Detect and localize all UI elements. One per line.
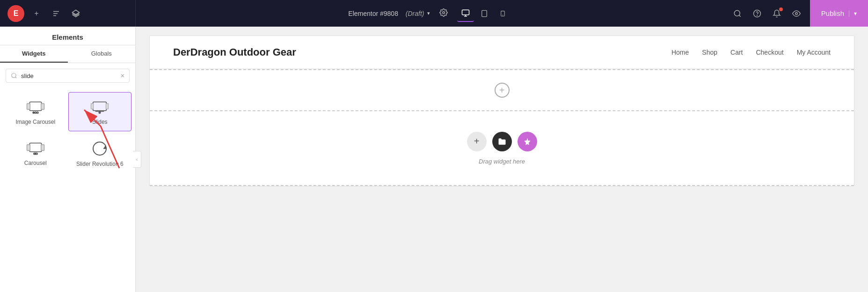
tab-widgets[interactable]: Widgets bbox=[0, 45, 68, 63]
publish-chevron-icon: ▾ bbox=[849, 10, 857, 17]
topbar: E + Elementor #9808 (Draft) ▾ bbox=[0, 0, 868, 27]
search-icon[interactable] bbox=[729, 6, 745, 21]
svg-point-35 bbox=[36, 153, 37, 154]
site-preview: DerDragon Outdoor Gear Home Shop Cart Ch… bbox=[150, 36, 854, 186]
sidebar-tabs: Widgets Globals bbox=[0, 45, 135, 63]
main-layout: Elements Widgets Globals × bbox=[0, 27, 868, 292]
svg-rect-30 bbox=[29, 143, 41, 151]
topbar-center: Elementor #9808 (Draft) ▾ bbox=[136, 5, 724, 22]
widget-carousel[interactable]: Carousel bbox=[4, 132, 67, 173]
tablet-view-button[interactable] bbox=[476, 5, 493, 22]
view-icons bbox=[457, 5, 511, 22]
add-widget-button[interactable]: + bbox=[467, 132, 487, 151]
settings-icon[interactable] bbox=[49, 6, 64, 21]
nav-home[interactable]: Home bbox=[671, 49, 689, 56]
svg-point-12 bbox=[734, 10, 740, 16]
widgets-grid: Image Carousel Slides bbox=[0, 88, 135, 177]
svg-line-13 bbox=[739, 15, 740, 16]
sidebar-header: Elements bbox=[0, 27, 135, 45]
elementor-logo[interactable]: E bbox=[7, 5, 24, 22]
widget-slides[interactable]: Slides bbox=[68, 92, 132, 131]
svg-line-18 bbox=[15, 77, 17, 78]
page-settings-icon[interactable] bbox=[439, 8, 448, 19]
title-chevron-icon: ▾ bbox=[427, 10, 430, 16]
carousel-label: Carousel bbox=[24, 160, 47, 166]
sidebar: Elements Widgets Globals × bbox=[0, 27, 136, 292]
preview-icon[interactable] bbox=[788, 6, 804, 21]
svg-rect-19 bbox=[29, 102, 41, 110]
site-header: DerDragon Outdoor Gear Home Shop Cart Ch… bbox=[150, 36, 854, 69]
slides-icon bbox=[90, 100, 109, 115]
sparkle-icon bbox=[523, 137, 532, 146]
tab-globals[interactable]: Globals bbox=[68, 45, 136, 63]
svg-rect-21 bbox=[41, 104, 44, 110]
carousel-icon bbox=[26, 141, 45, 156]
svg-rect-25 bbox=[93, 102, 107, 110]
site-nav: Home Shop Cart Checkout My Account bbox=[671, 49, 831, 56]
mobile-view-button[interactable] bbox=[495, 5, 511, 22]
nav-cart[interactable]: Cart bbox=[730, 49, 743, 56]
svg-rect-26 bbox=[91, 104, 94, 109]
folder-button[interactable] bbox=[492, 132, 512, 151]
search-icon bbox=[11, 72, 17, 79]
ai-button[interactable] bbox=[518, 132, 537, 151]
topbar-right bbox=[724, 6, 810, 21]
search-input[interactable] bbox=[21, 72, 117, 79]
site-logo: DerDragon Outdoor Gear bbox=[173, 46, 296, 58]
drop-zone-bottom[interactable]: + Drag widget here bbox=[150, 111, 854, 186]
svg-rect-32 bbox=[41, 145, 44, 151]
svg-point-17 bbox=[12, 73, 16, 78]
nav-shop[interactable]: Shop bbox=[702, 49, 717, 56]
svg-point-22 bbox=[33, 112, 34, 113]
folder-icon bbox=[498, 137, 506, 146]
svg-point-23 bbox=[35, 112, 36, 113]
svg-point-24 bbox=[36, 112, 38, 113]
svg-point-4 bbox=[442, 11, 445, 14]
slider-revolution-icon bbox=[91, 140, 108, 157]
page-title[interactable]: Elementor #9808 (Draft) ▾ bbox=[348, 10, 430, 17]
layers-icon[interactable] bbox=[68, 6, 83, 21]
slider-revolution-label: Slider Revolution 6 bbox=[76, 161, 124, 167]
notifications-icon[interactable] bbox=[769, 6, 785, 21]
add-section-button[interactable]: + bbox=[495, 83, 510, 98]
canvas-area: DerDragon Outdoor Gear Home Shop Cart Ch… bbox=[136, 27, 868, 292]
widget-slider-revolution[interactable]: Slider Revolution 6 bbox=[68, 132, 132, 173]
add-element-button[interactable]: + bbox=[29, 6, 44, 21]
search-bar[interactable]: × bbox=[6, 69, 130, 83]
svg-rect-20 bbox=[27, 104, 30, 110]
search-clear-button[interactable]: × bbox=[121, 72, 124, 79]
plus-icon: + bbox=[474, 136, 480, 147]
help-icon[interactable] bbox=[749, 6, 765, 21]
nav-checkout[interactable]: Checkout bbox=[756, 49, 783, 56]
widget-image-carousel[interactable]: Image Carousel bbox=[4, 92, 67, 131]
image-carousel-label: Image Carousel bbox=[15, 119, 55, 125]
svg-point-16 bbox=[795, 12, 798, 14]
svg-rect-5 bbox=[462, 10, 469, 15]
desktop-view-button[interactable] bbox=[457, 5, 474, 22]
nav-my-account[interactable]: My Account bbox=[797, 49, 831, 56]
svg-rect-31 bbox=[27, 145, 30, 151]
action-buttons: + bbox=[467, 132, 537, 151]
drag-hint: Drag widget here bbox=[479, 158, 525, 165]
publish-button[interactable]: Publish ▾ bbox=[810, 0, 868, 27]
drop-zone-top[interactable]: + bbox=[150, 69, 854, 111]
sidebar-collapse-button[interactable]: ‹ bbox=[133, 151, 141, 168]
image-carousel-icon bbox=[26, 100, 45, 115]
slides-label: Slides bbox=[92, 119, 108, 125]
topbar-left: E + bbox=[0, 0, 136, 27]
svg-point-29 bbox=[99, 112, 101, 113]
svg-rect-8 bbox=[481, 10, 487, 16]
svg-rect-27 bbox=[106, 104, 109, 109]
